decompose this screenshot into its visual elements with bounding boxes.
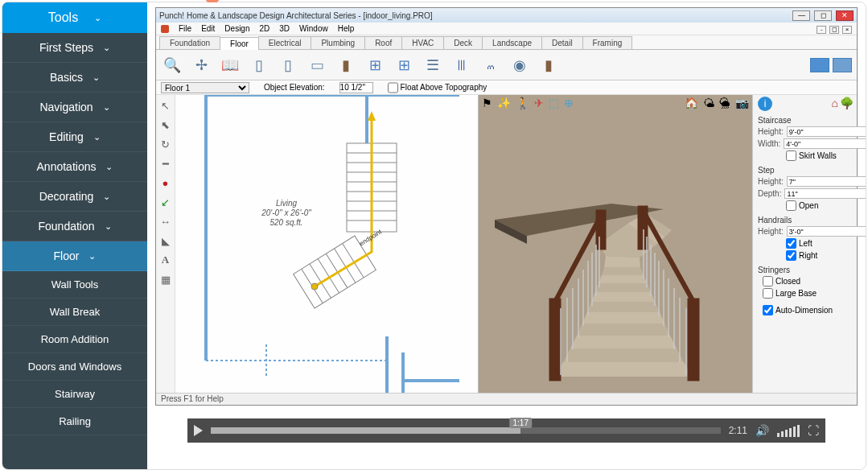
window2-icon[interactable]: ⊞ — [393, 54, 415, 76]
sidebar-item-basics[interactable]: Basics⌄ — [2, 63, 147, 93]
sun-icon[interactable]: 🌤 — [703, 97, 714, 109]
door-icon[interactable]: ▮ — [335, 54, 357, 76]
sidebar-sub-stairway[interactable]: Stairway — [2, 381, 147, 408]
step-depth-input[interactable] — [784, 188, 866, 199]
elevation-input[interactable] — [339, 82, 373, 93]
pointer-tool-icon[interactable]: ↖ — [158, 98, 173, 113]
step-height-input[interactable] — [787, 176, 866, 187]
tab-floor[interactable]: Floor — [220, 37, 259, 50]
person-icon[interactable]: 🚶 — [516, 97, 529, 109]
angle-tool-icon[interactable]: ◣ — [158, 233, 173, 248]
tab-plumbing[interactable]: Plumbing — [311, 36, 365, 49]
column-icon[interactable]: ▮ — [537, 54, 560, 76]
sidebar-item-decorating[interactable]: Decorating⌄ — [2, 182, 147, 212]
dimension-tool-icon[interactable]: ↔ — [158, 214, 173, 229]
auto-dimension-checkbox[interactable] — [763, 305, 773, 315]
wall-tool-icon[interactable]: ▯ — [248, 54, 270, 76]
sidebar-sub-railing[interactable]: Railing — [2, 408, 147, 435]
volume-icon[interactable]: 🔊 — [755, 424, 769, 437]
tab-hvac[interactable]: HVAC — [401, 36, 444, 49]
line-tool-icon[interactable]: ━ — [158, 156, 173, 171]
handrail-height-input[interactable] — [787, 226, 866, 237]
stair-icon[interactable]: ☰ — [422, 54, 444, 76]
info-icon[interactable]: i — [758, 97, 772, 111]
helicopter-icon[interactable]: ✈ — [534, 97, 544, 109]
wand-icon[interactable]: ✨ — [497, 97, 511, 109]
weather-icon[interactable]: 🌦 — [719, 97, 730, 109]
room-icon[interactable]: ▭ — [306, 54, 328, 76]
camera-icon[interactable]: 📷 — [735, 97, 749, 109]
floor-select[interactable]: Floor 1 — [161, 82, 249, 93]
view-2d-button[interactable] — [810, 58, 829, 72]
text-tool-icon[interactable]: A — [158, 253, 173, 267]
house-icon[interactable]: 🏠 — [685, 97, 698, 109]
pointer2-tool-icon[interactable]: ⬉ — [158, 117, 173, 132]
tab-detail[interactable]: Detail — [541, 36, 583, 49]
menu-2d[interactable]: 2D — [260, 24, 270, 33]
house-small-icon[interactable]: ⌂ — [832, 97, 838, 109]
wall-break-icon[interactable]: ▯ — [277, 54, 299, 76]
mdi-close-button[interactable]: × — [842, 26, 852, 34]
sidebar-item-first-steps[interactable]: First Steps⌄ — [2, 33, 147, 63]
mdi-restore-button[interactable]: ◻ — [829, 26, 839, 34]
flag-icon[interactable]: ⚑ — [482, 97, 492, 109]
book-icon[interactable]: 📖 — [219, 54, 241, 76]
large-base-checkbox[interactable] — [763, 288, 773, 299]
sidebar-item-editing[interactable]: Editing⌄ — [2, 122, 147, 152]
sidebar-sub-room-addition[interactable]: Room Addition — [2, 326, 147, 353]
tree-icon[interactable]: 🌳 — [840, 97, 854, 109]
zoom-icon[interactable]: 🔍 — [161, 54, 183, 76]
tab-roof[interactable]: Roof — [364, 36, 402, 49]
mdi-minimize-button[interactable]: - — [817, 26, 826, 34]
sidebar-sub-wall-break[interactable]: Wall Break — [2, 299, 147, 326]
staircase-width-input[interactable] — [784, 138, 866, 149]
staircase-height-input[interactable] — [787, 126, 866, 137]
tab-landscape[interactable]: Landscape — [482, 36, 542, 49]
minimize-button[interactable]: — — [792, 10, 810, 21]
menu-edit[interactable]: Edit — [201, 24, 215, 33]
close-button[interactable]: ✕ — [836, 10, 854, 21]
maximize-button[interactable]: ◻ — [814, 10, 832, 21]
sidebar-item-annotations[interactable]: Annotations⌄ — [2, 152, 147, 182]
left-checkbox[interactable] — [786, 238, 796, 249]
fullscreen-icon[interactable]: ⛶ — [808, 424, 819, 437]
arrow-tool-icon[interactable]: ↙ — [158, 195, 173, 209]
rotate-tool-icon[interactable]: ↻ — [158, 137, 173, 151]
view-3d-button[interactable] — [833, 58, 852, 72]
menu-file[interactable]: File — [179, 24, 191, 33]
window-icon[interactable]: ⊞ — [364, 54, 386, 76]
closed-checkbox[interactable] — [763, 276, 773, 286]
right-checkbox[interactable] — [786, 250, 796, 261]
tab-foundation[interactable]: Foundation — [159, 36, 220, 49]
sidebar-item-navigation[interactable]: Navigation⌄ — [2, 93, 147, 122]
tab-electrical[interactable]: Electrical — [258, 36, 312, 49]
float-topo-checkbox[interactable] — [388, 82, 398, 93]
sidebar-sub-wall-tools[interactable]: Wall Tools — [2, 271, 147, 299]
sidebar-item-floor[interactable]: Floor⌄ — [2, 241, 147, 271]
spiral-icon[interactable]: ◉ — [508, 54, 531, 76]
railing-icon[interactable]: ⫼ — [450, 54, 473, 76]
menu-design[interactable]: Design — [224, 24, 249, 33]
play-button[interactable] — [194, 425, 203, 436]
open-checkbox[interactable] — [786, 200, 796, 211]
sidebar-sub-doors-windows[interactable]: Doors and Windows — [2, 353, 147, 381]
grid-tool-icon[interactable]: ▦ — [158, 272, 173, 286]
video-progress[interactable]: 1:17 — [211, 427, 721, 434]
skirt-walls-checkbox[interactable] — [786, 150, 796, 161]
sidebar-item-foundation[interactable]: Foundation⌄ — [2, 212, 147, 241]
tab-framing[interactable]: Framing — [582, 36, 633, 49]
curtain-icon[interactable]: ⩋ — [479, 54, 502, 76]
menu-3d[interactable]: 3D — [279, 24, 290, 33]
plan-2d-view[interactable]: Living 20'-0" x 26'-0" 520 sq.ft. — [175, 95, 479, 393]
progress-handle[interactable]: 1:17 — [510, 418, 532, 428]
target-icon[interactable]: ⊕ — [564, 97, 574, 109]
menu-help[interactable]: Help — [338, 24, 355, 33]
volume-bars[interactable] — [777, 425, 800, 437]
view-3d[interactable]: ⚑ ✨ 🚶 ✈ ⬚ ⊕ 🏠 🌤 🌦 📷 — [479, 95, 752, 393]
menu-window[interactable]: Window — [299, 24, 328, 33]
compass-icon[interactable]: ✢ — [190, 54, 212, 76]
sidebar-header[interactable]: Tools ⌄ — [2, 2, 147, 33]
tab-deck[interactable]: Deck — [443, 36, 483, 49]
cube-icon[interactable]: ⬚ — [549, 97, 559, 109]
dot-tool-icon[interactable]: ● — [158, 175, 173, 190]
